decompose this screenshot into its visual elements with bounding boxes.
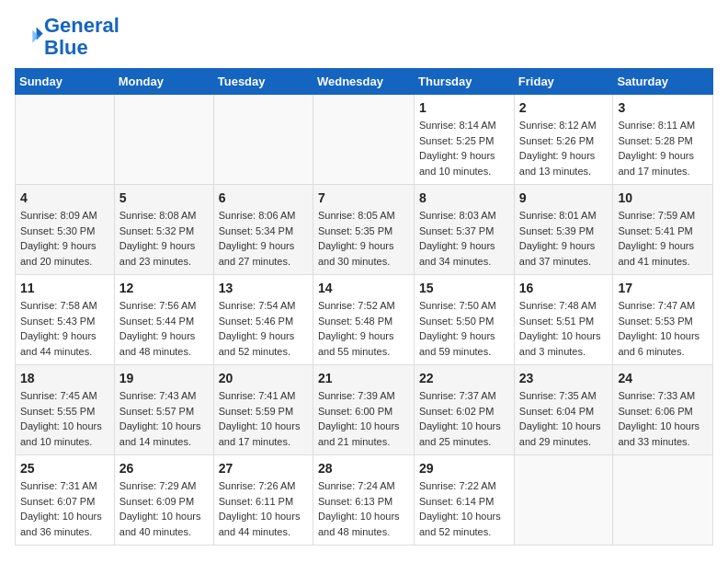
calendar-cell: 19Sunrise: 7:43 AM Sunset: 5:57 PM Dayli…: [114, 365, 213, 455]
week-row-5: 25Sunrise: 7:31 AM Sunset: 6:07 PM Dayli…: [16, 455, 713, 546]
svg-marker-0: [37, 28, 43, 40]
day-number: 17: [618, 281, 708, 295]
calendar-cell: [213, 95, 313, 185]
week-row-1: 1Sunrise: 8:14 AM Sunset: 5:25 PM Daylig…: [16, 95, 713, 185]
week-row-3: 11Sunrise: 7:58 AM Sunset: 5:43 PM Dayli…: [16, 275, 713, 365]
day-header-monday: Monday: [114, 69, 213, 95]
calendar-body: 1Sunrise: 8:14 AM Sunset: 5:25 PM Daylig…: [16, 95, 713, 546]
calendar-cell: 18Sunrise: 7:45 AM Sunset: 5:55 PM Dayli…: [16, 365, 115, 455]
calendar-cell: 24Sunrise: 7:33 AM Sunset: 6:06 PM Dayli…: [613, 365, 713, 455]
day-info: Sunrise: 8:09 AM Sunset: 5:30 PM Dayligh…: [20, 208, 109, 269]
calendar-cell: 17Sunrise: 7:47 AM Sunset: 5:53 PM Dayli…: [613, 275, 713, 365]
week-row-4: 18Sunrise: 7:45 AM Sunset: 5:55 PM Dayli…: [16, 365, 713, 455]
calendar-table: SundayMondayTuesdayWednesdayThursdayFrid…: [15, 68, 713, 546]
day-info: Sunrise: 7:52 AM Sunset: 5:48 PM Dayligh…: [318, 298, 409, 359]
day-info: Sunrise: 8:05 AM Sunset: 5:35 PM Dayligh…: [318, 208, 409, 269]
day-number: 26: [119, 461, 209, 476]
calendar-cell: 27Sunrise: 7:26 AM Sunset: 6:11 PM Dayli…: [213, 455, 313, 546]
calendar-cell: 15Sunrise: 7:50 AM Sunset: 5:50 PM Dayli…: [415, 275, 515, 365]
day-header-saturday: Saturday: [613, 69, 713, 95]
day-info: Sunrise: 8:01 AM Sunset: 5:39 PM Dayligh…: [519, 208, 609, 269]
day-number: 16: [519, 281, 609, 295]
day-info: Sunrise: 7:39 AM Sunset: 6:00 PM Dayligh…: [318, 388, 409, 449]
day-number: 18: [20, 371, 109, 385]
calendar-cell: 22Sunrise: 7:37 AM Sunset: 6:02 PM Dayli…: [415, 365, 515, 455]
day-info: Sunrise: 7:31 AM Sunset: 6:07 PM Dayligh…: [20, 478, 109, 539]
day-info: Sunrise: 7:43 AM Sunset: 5:57 PM Dayligh…: [119, 388, 209, 449]
calendar-cell: 20Sunrise: 7:41 AM Sunset: 5:59 PM Dayli…: [213, 365, 313, 455]
calendar-cell: 29Sunrise: 7:22 AM Sunset: 6:14 PM Dayli…: [415, 455, 515, 546]
day-number: 23: [519, 371, 609, 385]
calendar-cell: 3Sunrise: 8:11 AM Sunset: 5:28 PM Daylig…: [613, 95, 713, 185]
calendar-cell: 5Sunrise: 8:08 AM Sunset: 5:32 PM Daylig…: [114, 185, 213, 275]
day-info: Sunrise: 7:33 AM Sunset: 6:06 PM Dayligh…: [618, 388, 708, 449]
day-number: 7: [318, 190, 409, 205]
day-info: Sunrise: 7:29 AM Sunset: 6:09 PM Dayligh…: [119, 478, 209, 539]
day-number: 29: [419, 461, 509, 476]
day-number: 13: [219, 281, 308, 295]
day-info: Sunrise: 7:47 AM Sunset: 5:53 PM Dayligh…: [618, 298, 708, 359]
calendar-cell: 23Sunrise: 7:35 AM Sunset: 6:04 PM Dayli…: [514, 365, 613, 455]
calendar-cell: 4Sunrise: 8:09 AM Sunset: 5:30 PM Daylig…: [16, 185, 115, 275]
calendar-cell: 7Sunrise: 8:05 AM Sunset: 5:35 PM Daylig…: [313, 185, 414, 275]
day-number: 5: [119, 190, 209, 205]
day-info: Sunrise: 7:48 AM Sunset: 5:51 PM Dayligh…: [519, 298, 609, 359]
day-number: 8: [419, 190, 509, 205]
calendar-cell: 8Sunrise: 8:03 AM Sunset: 5:37 PM Daylig…: [415, 185, 515, 275]
calendar-cell: 28Sunrise: 7:24 AM Sunset: 6:13 PM Dayli…: [313, 455, 414, 546]
day-info: Sunrise: 8:14 AM Sunset: 5:25 PM Dayligh…: [419, 118, 509, 178]
calendar-cell: 25Sunrise: 7:31 AM Sunset: 6:07 PM Dayli…: [16, 455, 115, 546]
day-header-tuesday: Tuesday: [213, 69, 313, 95]
day-number: 21: [318, 371, 409, 385]
calendar-cell: 12Sunrise: 7:56 AM Sunset: 5:44 PM Dayli…: [114, 275, 213, 365]
day-info: Sunrise: 7:59 AM Sunset: 5:41 PM Dayligh…: [618, 208, 708, 269]
day-number: 20: [219, 371, 308, 385]
day-number: 27: [219, 461, 308, 476]
header: General Blue: [15, 15, 713, 59]
calendar-cell: [16, 95, 115, 185]
day-info: Sunrise: 7:54 AM Sunset: 5:46 PM Dayligh…: [219, 298, 308, 359]
day-header-thursday: Thursday: [415, 69, 515, 95]
day-info: Sunrise: 8:11 AM Sunset: 5:28 PM Dayligh…: [618, 118, 708, 178]
day-number: 11: [20, 281, 109, 295]
day-info: Sunrise: 8:08 AM Sunset: 5:32 PM Dayligh…: [119, 208, 209, 269]
day-info: Sunrise: 8:12 AM Sunset: 5:26 PM Dayligh…: [519, 118, 609, 178]
calendar-cell: 1Sunrise: 8:14 AM Sunset: 5:25 PM Daylig…: [415, 95, 515, 185]
calendar-cell: 11Sunrise: 7:58 AM Sunset: 5:43 PM Dayli…: [16, 275, 115, 365]
day-info: Sunrise: 8:06 AM Sunset: 5:34 PM Dayligh…: [219, 208, 308, 269]
day-number: 1: [419, 100, 509, 115]
day-info: Sunrise: 7:22 AM Sunset: 6:14 PM Dayligh…: [419, 478, 509, 539]
calendar-cell: [514, 455, 613, 546]
calendar-cell: 21Sunrise: 7:39 AM Sunset: 6:00 PM Dayli…: [313, 365, 414, 455]
day-info: Sunrise: 7:56 AM Sunset: 5:44 PM Dayligh…: [119, 298, 209, 359]
day-number: 2: [519, 100, 609, 115]
calendar-header: SundayMondayTuesdayWednesdayThursdayFrid…: [16, 69, 713, 95]
day-number: 15: [419, 281, 509, 295]
calendar-cell: 10Sunrise: 7:59 AM Sunset: 5:41 PM Dayli…: [613, 185, 713, 275]
calendar-cell: 6Sunrise: 8:06 AM Sunset: 5:34 PM Daylig…: [213, 185, 313, 275]
logo: General Blue: [15, 15, 119, 59]
day-number: 3: [618, 100, 708, 115]
calendar-cell: [114, 95, 213, 185]
calendar-cell: 2Sunrise: 8:12 AM Sunset: 5:26 PM Daylig…: [514, 95, 613, 185]
day-info: Sunrise: 7:24 AM Sunset: 6:13 PM Dayligh…: [318, 478, 409, 539]
day-number: 12: [119, 281, 209, 295]
day-number: 28: [318, 461, 409, 476]
calendar-cell: 9Sunrise: 8:01 AM Sunset: 5:39 PM Daylig…: [514, 185, 613, 275]
calendar-cell: 16Sunrise: 7:48 AM Sunset: 5:51 PM Dayli…: [514, 275, 613, 365]
day-info: Sunrise: 8:03 AM Sunset: 5:37 PM Dayligh…: [419, 208, 509, 269]
calendar-cell: [613, 455, 713, 546]
day-number: 24: [618, 371, 708, 385]
calendar-cell: 26Sunrise: 7:29 AM Sunset: 6:09 PM Dayli…: [114, 455, 213, 546]
day-number: 9: [519, 190, 609, 205]
calendar-cell: 13Sunrise: 7:54 AM Sunset: 5:46 PM Dayli…: [213, 275, 313, 365]
logo-text: General Blue: [44, 15, 119, 59]
calendar-cell: 14Sunrise: 7:52 AM Sunset: 5:48 PM Dayli…: [313, 275, 414, 365]
logo-icon: [18, 22, 44, 48]
day-number: 10: [618, 190, 708, 205]
day-number: 4: [20, 190, 109, 205]
day-number: 22: [419, 371, 509, 385]
day-number: 14: [318, 281, 409, 295]
calendar-cell: [313, 95, 414, 185]
day-info: Sunrise: 7:50 AM Sunset: 5:50 PM Dayligh…: [419, 298, 509, 359]
